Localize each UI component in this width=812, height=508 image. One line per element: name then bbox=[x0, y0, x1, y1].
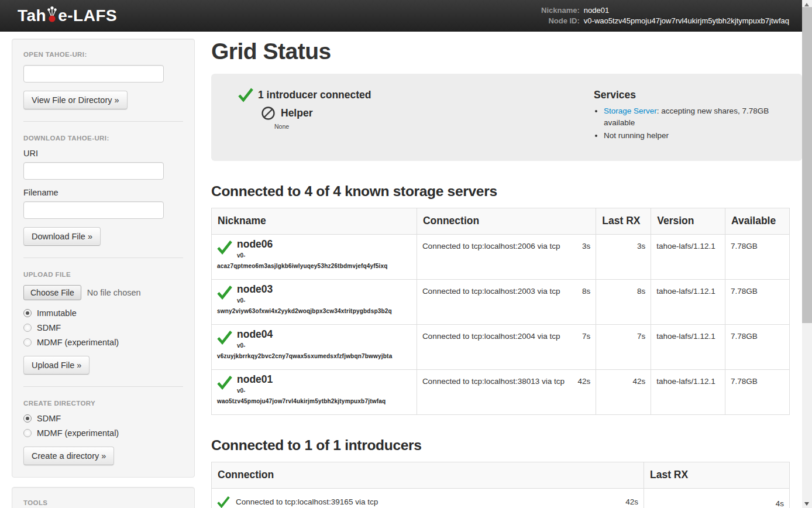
upload-format-option-immutable[interactable]: Immutable bbox=[23, 308, 183, 318]
browser-scrollbar[interactable] bbox=[802, 0, 812, 508]
scrollbar-thumb[interactable] bbox=[802, 7, 812, 323]
radio-upload-mdmf[interactable] bbox=[23, 338, 32, 346]
services-heading: Services bbox=[594, 89, 787, 101]
introducer-last-rx: 4s bbox=[644, 488, 790, 508]
server-check-icon bbox=[217, 374, 232, 392]
sidebar-forms-panel: OPEN TAHOE-URI: View File or Directory »… bbox=[12, 39, 195, 478]
server-id-prefix: v0- bbox=[237, 252, 273, 259]
col-available: Available bbox=[725, 208, 790, 234]
open-uri-input[interactable] bbox=[23, 65, 164, 83]
upload-format-option-mdmf[interactable]: MDMF (experimental) bbox=[23, 338, 183, 347]
radio-dir-mdmf-label[interactable]: MDMF (experimental) bbox=[37, 428, 119, 438]
page-title: Grid Status bbox=[211, 39, 802, 64]
col-intro-last-rx: Last RX bbox=[644, 462, 790, 488]
radio-upload-sdmf-label[interactable]: SDMF bbox=[37, 323, 61, 332]
server-nickname: node04 bbox=[237, 329, 273, 340]
node-id-label: Node ID: bbox=[541, 16, 580, 25]
create-directory-section: CREATE DIRECTORY SDMF MDMF (experimental… bbox=[23, 386, 183, 465]
server-available: 7.78GB bbox=[725, 234, 790, 279]
server-connection-age: 3s bbox=[582, 242, 590, 250]
helper-status-value: None bbox=[274, 123, 371, 130]
dir-format-option-mdmf[interactable]: MDMF (experimental) bbox=[23, 428, 183, 438]
radio-dir-sdmf[interactable] bbox=[23, 414, 32, 423]
server-last-rx: 42s bbox=[596, 369, 651, 414]
download-filename-input[interactable] bbox=[23, 201, 164, 219]
introducer-check-icon bbox=[217, 495, 230, 508]
grid-status-summary: 1 introducer connected Helper None Servi… bbox=[211, 74, 802, 161]
no-file-chosen-text: No file chosen bbox=[87, 288, 141, 297]
upload-file-button[interactable]: Upload File » bbox=[23, 356, 90, 375]
nickname-value: node01 bbox=[584, 6, 789, 15]
main-content: Grid Status 1 introducer connected Helpe… bbox=[211, 35, 802, 508]
nickname-label: Nickname: bbox=[541, 6, 580, 15]
radio-immutable-label[interactable]: Immutable bbox=[37, 308, 77, 318]
node-identity: Nickname: node01 Node ID: v0-wao5tzv45pm… bbox=[541, 6, 789, 25]
server-nickname: node06 bbox=[237, 239, 273, 250]
radio-upload-mdmf-label[interactable]: MDMF (experimental) bbox=[37, 338, 119, 347]
server-connection: Connected to tcp:localhost:38013 via tcp bbox=[422, 377, 565, 386]
storage-servers-heading: Connected to 4 of 4 known storage server… bbox=[211, 183, 802, 200]
introducers-heading: Connected to 1 of 1 introducers bbox=[211, 437, 802, 454]
create-directory-button[interactable]: Create a directory » bbox=[23, 447, 114, 465]
server-available: 7.78GB bbox=[725, 279, 790, 324]
helper-disabled-icon bbox=[261, 106, 276, 121]
open-uri-heading: OPEN TAHOE-URI: bbox=[23, 51, 183, 58]
tools-heading: TOOLS bbox=[23, 499, 183, 506]
server-version: tahoe-lafs/1.12.1 bbox=[651, 234, 725, 279]
download-uri-input[interactable] bbox=[23, 162, 164, 180]
tahoe-lafs-logo: Tah e-LAFS bbox=[18, 6, 117, 25]
upload-format-option-sdmf[interactable]: SDMF bbox=[23, 323, 183, 332]
introducer-connection-age: 42s bbox=[625, 497, 638, 506]
scrollbar-down-arrow-icon[interactable] bbox=[802, 499, 812, 508]
upload-file-heading: UPLOAD FILE bbox=[23, 271, 183, 278]
download-uri-section: DOWNLOAD TAHOE-URI: URI Filename Downloa… bbox=[23, 121, 183, 246]
tools-panel: TOOLS Recent and Active Operations bbox=[12, 487, 195, 508]
server-id-prefix: v0- bbox=[237, 342, 273, 349]
col-last-rx: Last RX bbox=[596, 208, 651, 234]
filename-field-label: Filename bbox=[23, 188, 183, 197]
view-file-button[interactable]: View File or Directory » bbox=[23, 91, 128, 109]
download-uri-heading: DOWNLOAD TAHOE-URI: bbox=[23, 135, 183, 142]
node-id-value: v0-wao5tzv45pmoju47jow7rvl4ukirjm5ytbh2k… bbox=[584, 16, 789, 25]
download-file-button[interactable]: Download File » bbox=[23, 227, 101, 246]
col-intro-connection: Connection bbox=[212, 462, 644, 488]
introducers-header-row: Connection Last RX bbox=[212, 462, 790, 488]
create-directory-heading: CREATE DIRECTORY bbox=[23, 400, 183, 407]
server-last-rx: 7s bbox=[596, 324, 651, 369]
radio-upload-sdmf[interactable] bbox=[23, 324, 32, 332]
radio-dir-sdmf-label[interactable]: SDMF bbox=[37, 414, 61, 423]
storage-servers-table: Nickname Connection Last RX Version Avai… bbox=[211, 208, 790, 415]
server-connection-age: 42s bbox=[578, 377, 591, 386]
open-uri-section: OPEN TAHOE-URI: View File or Directory » bbox=[23, 51, 183, 109]
radio-dir-mdmf[interactable] bbox=[23, 429, 32, 437]
server-row-node01: node01 v0- wao5tzv45pmoju47jow7rvl4ukirj… bbox=[212, 369, 790, 414]
choose-file-button[interactable]: Choose File bbox=[23, 285, 81, 300]
server-connection-age: 8s bbox=[582, 287, 590, 296]
logo-text-pre: Tah bbox=[18, 6, 46, 25]
services-block: Services Storage Server: accepting new s… bbox=[594, 88, 787, 143]
server-node-id: acaz7qptmeo6m3asjlgkb6iwlyuqey53hz26tbdm… bbox=[217, 263, 411, 269]
col-version: Version bbox=[651, 208, 725, 234]
server-version: tahoe-lafs/1.12.1 bbox=[651, 369, 725, 414]
server-nickname: node01 bbox=[237, 374, 273, 385]
server-version: tahoe-lafs/1.12.1 bbox=[651, 279, 725, 324]
radio-immutable[interactable] bbox=[23, 309, 32, 317]
server-id-prefix: v0- bbox=[237, 387, 273, 394]
server-connection: Connected to tcp:localhost:2006 via tcp bbox=[422, 242, 560, 250]
server-available: 7.78GB bbox=[725, 324, 790, 369]
top-navbar: Tah e-LAFS Nickname: node01 Node ID: v0-… bbox=[0, 0, 802, 32]
server-last-rx: 3s bbox=[596, 234, 651, 279]
introducer-connection: Connected to tcp:localhost:39165 via tcp bbox=[236, 497, 378, 506]
server-check-icon bbox=[217, 284, 232, 301]
service-item-storage: Storage Server: accepting new shares, 7.… bbox=[604, 105, 787, 128]
server-nickname: node03 bbox=[237, 284, 273, 295]
sidebar: OPEN TAHOE-URI: View File or Directory »… bbox=[12, 39, 195, 508]
dir-format-option-sdmf[interactable]: SDMF bbox=[23, 414, 183, 423]
helper-status-label: Helper bbox=[281, 107, 312, 119]
connected-check-icon bbox=[238, 88, 253, 102]
upload-file-section: UPLOAD FILE Choose File No file chosen I… bbox=[23, 258, 183, 375]
server-node-id: swny2viyw63ofxwi4x2yykd2woqjbpx3cw34xtri… bbox=[217, 308, 411, 314]
storage-server-link[interactable]: Storage Server bbox=[604, 107, 657, 115]
tahoe-sprout-icon bbox=[47, 5, 57, 23]
server-node-id: wao5tzv45pmoju47jow7rvl4ukirjm5ytbh2kjty… bbox=[217, 398, 411, 404]
